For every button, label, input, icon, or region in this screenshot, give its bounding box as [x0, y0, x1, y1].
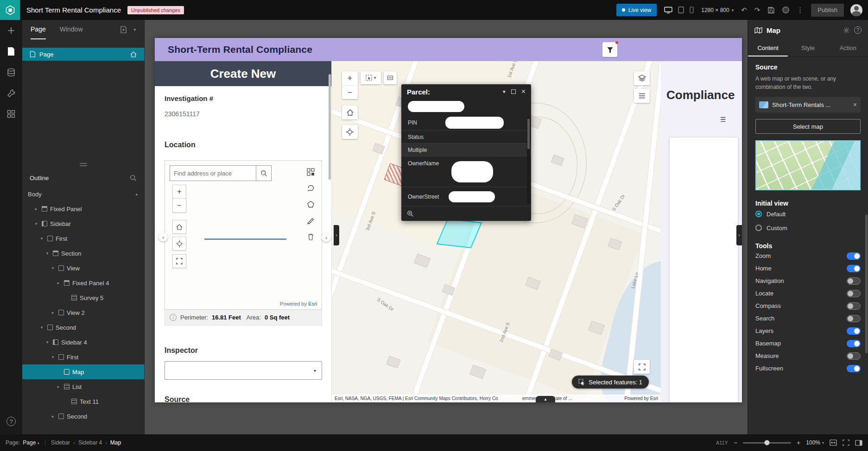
add-widget-icon[interactable]	[7, 26, 15, 35]
sketch-extent-button[interactable]	[172, 254, 186, 268]
phone-device-icon[interactable]	[690, 6, 694, 13]
basemap-toggle[interactable]	[847, 340, 861, 347]
tree-item-second-2[interactable]: ▸ Second	[22, 409, 144, 424]
layers-toggle[interactable]	[847, 327, 861, 335]
chevron-icon[interactable]: ▾	[44, 340, 50, 345]
tree-item-sidebar-4[interactable]: ▾ Sidebar 4	[22, 335, 144, 350]
remove-map-icon[interactable]: ×	[853, 101, 857, 108]
panel-resize-handle[interactable]	[22, 163, 144, 166]
legend-button[interactable]	[634, 89, 650, 103]
chevron-icon[interactable]: ▸	[56, 281, 61, 285]
desktop-device-icon[interactable]	[664, 6, 672, 13]
map-home-button[interactable]	[342, 106, 358, 119]
zoom-out-canvas-icon[interactable]: −	[734, 439, 737, 446]
map-sidebar-flap[interactable]: ‹	[334, 225, 339, 245]
popup-field-list[interactable]: PIN Status Multiple OwnerName	[401, 115, 531, 206]
chevron-icon[interactable]: ▾	[39, 325, 44, 330]
sketch-locate-button[interactable]	[172, 237, 186, 251]
tree-item-section[interactable]: ▾ Section	[22, 246, 144, 261]
add-page-icon[interactable]	[120, 26, 127, 33]
select-tool-button[interactable]: ▾	[361, 71, 381, 84]
navigation-toggle[interactable]	[847, 277, 861, 285]
home-toggle[interactable]	[847, 265, 861, 272]
zoom-to-feature-icon[interactable]	[407, 210, 414, 217]
compass-toggle[interactable]	[847, 302, 861, 310]
map-widget[interactable]: 1st Ave S 3rd Ave S 2nd Ave S S Oak Dr S…	[332, 61, 661, 402]
sketch-zoom-out-button[interactable]: −	[172, 199, 186, 213]
resolution-select[interactable]: 1280 × 800 ▾	[701, 7, 734, 13]
tree-item-first-2[interactable]: ▾ First	[22, 350, 144, 364]
sketched-line[interactable]	[204, 238, 286, 240]
page-panel-icon[interactable]	[7, 47, 15, 56]
esri-link[interactable]: Esri	[308, 301, 317, 307]
map-preview-thumbnail[interactable]	[755, 140, 861, 190]
chevron-icon[interactable]: ▸	[56, 384, 61, 389]
tree-item-sidebar[interactable]: ▾ Sidebar	[22, 216, 144, 231]
address-search-input[interactable]	[170, 165, 256, 181]
tree-item-body[interactable]: Body ▴	[22, 187, 144, 201]
tree-item-view[interactable]: ▾ View	[22, 261, 144, 276]
tree-item-fixed-panel[interactable]: ▸ Fixed Panel	[22, 201, 144, 216]
zoom-slider-thumb[interactable]	[765, 440, 770, 445]
initial-view-default-option[interactable]: Default	[755, 207, 861, 221]
draw-line-icon[interactable]	[304, 214, 317, 227]
experience-builder-logo[interactable]	[0, 0, 20, 20]
filter-button[interactable]	[602, 42, 617, 57]
tools-panel-icon[interactable]	[7, 89, 16, 98]
initial-view-custom-option[interactable]: Custom	[755, 221, 861, 235]
menu-icon[interactable]: ☰	[720, 116, 726, 123]
locate-toggle[interactable]	[847, 290, 861, 297]
radio-icon[interactable]	[755, 211, 762, 217]
select-by-rectangle-icon[interactable]	[304, 165, 317, 178]
chevron-icon[interactable]: ▾	[50, 266, 56, 270]
tab-action[interactable]: Action	[828, 40, 868, 56]
page-selector[interactable]: Page ▾	[23, 439, 39, 446]
tree-item-map[interactable]: Map	[22, 364, 144, 379]
form-scrollbar[interactable]	[329, 74, 331, 180]
live-view-button[interactable]: Live view	[616, 4, 657, 16]
collapse-left-sidebar-button[interactable]: ‹	[158, 232, 168, 242]
tablet-device-icon[interactable]	[678, 6, 684, 13]
breadcrumb-sidebar-4[interactable]: Sidebar 4	[78, 439, 102, 446]
chevron-icon[interactable]: ▾	[33, 221, 39, 226]
toggle-panel-icon[interactable]	[855, 440, 862, 446]
location-sketch-map[interactable]: + −	[165, 160, 322, 310]
radio-icon[interactable]	[755, 225, 762, 231]
help-icon[interactable]: ?	[854, 26, 862, 34]
tree-item-survey-5[interactable]: Survey 5	[22, 290, 144, 305]
inspector-select[interactable]: ▾	[165, 361, 322, 380]
zoom-in-button[interactable]: +	[342, 71, 358, 85]
tree-item-text-11[interactable]: Text 11	[22, 394, 144, 409]
status-icon[interactable]	[782, 6, 789, 13]
zoom-level-select[interactable]: 100% ▾	[806, 439, 824, 446]
chevron-icon[interactable]: ▸	[50, 310, 56, 315]
settings-gear-icon[interactable]	[843, 27, 850, 34]
settings-scrollbar[interactable]	[865, 214, 868, 353]
undo-icon[interactable]: ↶	[741, 6, 747, 14]
scroll-up-tab[interactable]: ▲	[536, 396, 555, 402]
delete-sketch-icon[interactable]	[304, 230, 317, 243]
tree-item-second[interactable]: ▾ Second	[22, 320, 144, 335]
publish-button[interactable]: Publish	[811, 4, 844, 17]
data-panel-icon[interactable]	[7, 68, 15, 77]
fullscreen-toggle[interactable]	[847, 365, 861, 372]
save-icon[interactable]	[767, 6, 775, 14]
list-widget[interactable]	[669, 137, 738, 402]
breadcrumb-map[interactable]: Map	[110, 439, 121, 446]
fit-page-icon[interactable]	[843, 439, 849, 446]
outline-search-icon[interactable]	[130, 175, 137, 182]
fit-width-icon[interactable]	[830, 439, 837, 446]
fullscreen-button[interactable]	[634, 360, 650, 374]
measure-toggle[interactable]	[847, 352, 861, 360]
popup-scrollbar[interactable]	[527, 117, 530, 204]
chevron-icon[interactable]: ▾	[50, 355, 56, 359]
select-options-button[interactable]	[384, 71, 397, 84]
popup-close-icon[interactable]: ×	[521, 88, 526, 96]
zoom-in-canvas-icon[interactable]: +	[797, 439, 800, 446]
zoom-out-button[interactable]: −	[342, 85, 358, 99]
tree-item-fixed-panel-4[interactable]: ▸ Fixed Panel 4	[22, 276, 144, 290]
draw-polygon-icon[interactable]	[304, 198, 317, 211]
breadcrumb-sidebar[interactable]: Sidebar	[51, 439, 70, 446]
zoom-toggle[interactable]	[847, 252, 861, 260]
redo-icon[interactable]: ↷	[754, 6, 760, 14]
